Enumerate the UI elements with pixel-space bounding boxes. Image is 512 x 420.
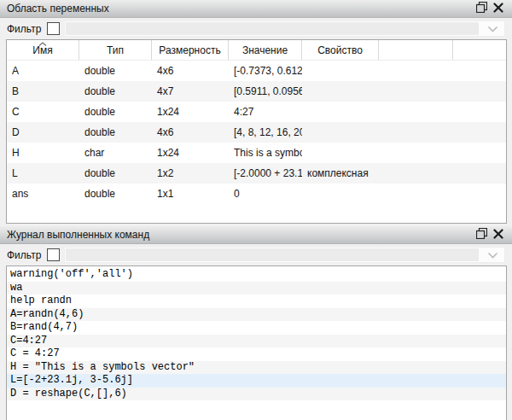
column-header-property[interactable]: Свойство	[302, 40, 379, 60]
workspace-filter-combobox[interactable]	[64, 20, 505, 37]
history-filter-combobox[interactable]	[64, 247, 505, 263]
column-header-dimension[interactable]: Размерность	[152, 40, 229, 60]
cell-property: комплексная	[302, 167, 379, 179]
cell-value: [4, 8, 12, 16, 20, ...	[229, 126, 302, 138]
history-filter-combobox-field[interactable]	[66, 248, 479, 261]
cell-type: char	[79, 147, 152, 159]
workspace-filter-checkbox[interactable]	[47, 22, 60, 35]
command-item[interactable]: help randn	[7, 295, 506, 308]
history-close-button[interactable]	[490, 228, 507, 242]
command-item[interactable]: C=4:27	[7, 335, 506, 348]
cell-name: B	[7, 85, 79, 97]
chevron-down-icon	[487, 26, 498, 33]
variable-row-H[interactable]: Hchar1x24This is a symbol...	[7, 143, 506, 163]
cell-type: double	[79, 188, 152, 200]
variable-row-L[interactable]: Ldouble1x2[-2.0000 + 23.10...комплексная	[7, 163, 506, 184]
command-item[interactable]: A=randn(4,6)	[7, 308, 506, 322]
cell-value: This is a symbol...	[229, 147, 302, 159]
workspace-float-button[interactable]	[473, 2, 490, 16]
cell-name: C	[7, 106, 79, 118]
cell-dimension: 4x6	[152, 126, 229, 138]
history-filter-checkbox[interactable]	[47, 248, 60, 261]
cell-value: 4:27	[229, 106, 302, 118]
command-item[interactable]: H = "This is a symbols vector"	[7, 361, 506, 375]
close-icon	[493, 3, 503, 15]
cell-type: double	[79, 126, 152, 138]
cell-name: D	[7, 126, 79, 138]
history-titlebar: Журнал выполненных команд	[0, 226, 512, 244]
workspace-filter-label: Фильтр	[7, 23, 41, 35]
table-header-row: ИмяТипРазмерностьЗначениеСвойство	[7, 40, 506, 61]
cell-dimension: 4x7	[152, 85, 229, 97]
cell-type: double	[79, 65, 152, 77]
chevron-down-icon	[487, 252, 498, 260]
workspace-filter-combobox-field[interactable]	[66, 22, 479, 35]
column-header-label: Имя	[32, 44, 52, 56]
command-item[interactable]: B=rand(4,7)	[7, 321, 506, 335]
variable-row-D[interactable]: Ddouble4x6[4, 8, 12, 16, 20, ...	[7, 122, 506, 143]
command-item[interactable]: C = 4:27	[7, 347, 506, 361]
workspace-panel: Область переменных Фильтр ИмяТипРазмерно…	[0, 0, 512, 224]
cell-dimension: 1x1	[152, 188, 229, 200]
table-body: Adouble4x6[-0.7373, 0.6125,...Bdouble4x7…	[7, 61, 506, 204]
command-item[interactable]: wa	[7, 282, 506, 295]
command-history-list: warning('off','all')wahelp randnA=randn(…	[6, 265, 507, 420]
cell-dimension: 1x2	[152, 167, 229, 179]
column-header-spare-2	[453, 40, 506, 60]
cell-dimension: 1x24	[152, 106, 229, 118]
column-header-value[interactable]: Значение	[229, 40, 302, 60]
variable-row-ans[interactable]: ansdouble1x10	[7, 184, 506, 204]
command-history-panel: Журнал выполненных команд Фильтр warning…	[0, 226, 512, 420]
workspace-titlebar: Область переменных	[0, 0, 512, 18]
float-icon	[476, 2, 487, 15]
cell-name: H	[7, 147, 79, 159]
cell-type: double	[79, 85, 152, 97]
float-icon	[476, 228, 487, 242]
cell-name: ans	[7, 188, 79, 200]
column-header-label: Свойство	[317, 44, 363, 56]
column-header-label: Тип	[107, 44, 124, 56]
cell-value: 0	[229, 188, 302, 200]
history-float-button[interactable]	[473, 228, 490, 242]
cell-value: [0.5911, 0.09564...	[229, 85, 302, 97]
command-item[interactable]: D = reshape(C,[],6)	[7, 388, 506, 401]
column-header-spare-1	[379, 40, 453, 60]
column-header-label: Значение	[242, 44, 288, 56]
command-item[interactable]: warning('off','all')	[7, 268, 506, 282]
command-item[interactable]: L=[-2+23.1j, 3-5.6j]	[7, 374, 506, 388]
cell-dimension: 1x24	[152, 147, 229, 159]
workspace-filter-row: Фильтр	[0, 18, 512, 39]
cell-value: [-2.0000 + 23.10...	[229, 167, 302, 179]
cell-dimension: 4x6	[152, 65, 229, 77]
history-panel-title: Журнал выполненных команд	[7, 229, 473, 241]
column-header-name[interactable]: Имя	[7, 40, 79, 60]
variable-row-C[interactable]: Cdouble1x244:27	[7, 102, 506, 122]
cell-type: double	[79, 106, 152, 118]
workspace-close-button[interactable]	[490, 2, 507, 16]
close-icon	[493, 229, 503, 242]
workspace-panel-title: Область переменных	[7, 3, 473, 15]
column-header-label: Размерность	[159, 44, 220, 56]
cell-name: A	[7, 65, 79, 77]
cell-name: L	[7, 167, 79, 179]
variables-table: ИмяТипРазмерностьЗначениеСвойство Adoubl…	[6, 39, 507, 224]
cell-type: double	[79, 167, 152, 179]
variable-row-B[interactable]: Bdouble4x7[0.5911, 0.09564...	[7, 81, 506, 102]
column-header-type[interactable]: Тип	[79, 40, 152, 60]
history-filter-label: Фильтр	[7, 249, 41, 261]
variable-row-A[interactable]: Adouble4x6[-0.7373, 0.6125,...	[7, 61, 506, 81]
history-filter-row: Фильтр	[0, 244, 512, 265]
sort-ascending-icon	[38, 42, 47, 46]
cell-value: [-0.7373, 0.6125,...	[229, 65, 302, 77]
